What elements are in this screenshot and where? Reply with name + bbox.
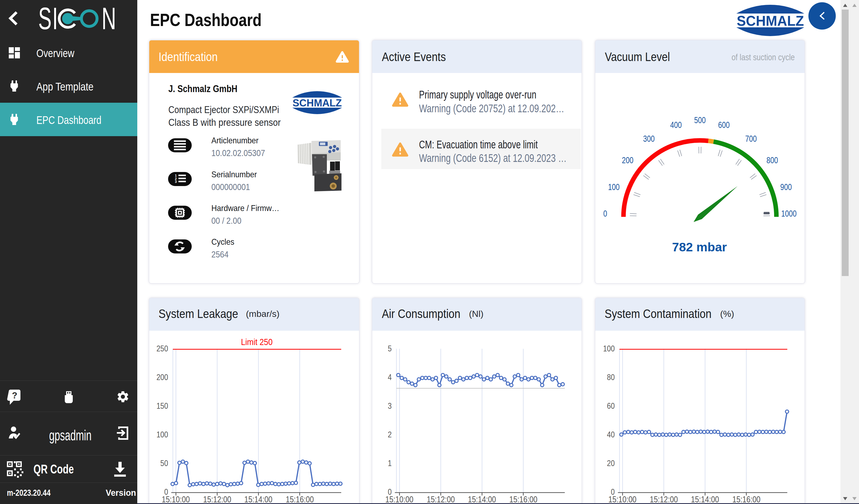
svg-text:SCHMALZ: SCHMALZ (737, 13, 804, 29)
